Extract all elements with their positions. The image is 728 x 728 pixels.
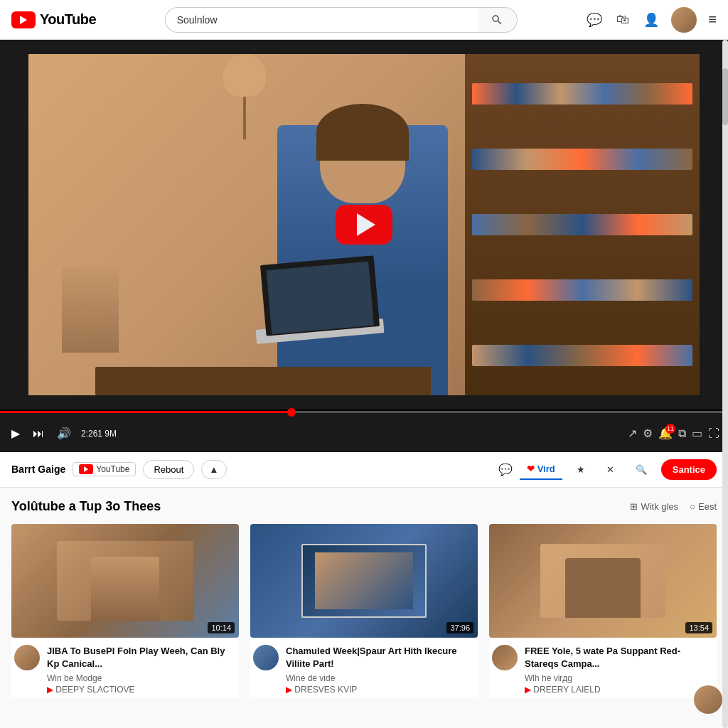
video-player-container: ▶ ⏭ 🔊 2:261 9M ↗ ⚙ 🔔 11 ⧉ ▭ ⛶ xyxy=(0,40,728,452)
subscribe-button[interactable]: Santice xyxy=(661,459,717,480)
video-thumbnail-3 xyxy=(489,524,717,638)
avatar-image xyxy=(671,7,697,33)
duration-badge-1: 10:14 xyxy=(208,622,235,633)
video-action-tabs: 💬 ❤ Vird ★ ✕ 🔍 Santice xyxy=(498,459,717,480)
progress-bar[interactable] xyxy=(0,411,728,415)
scrollbar-thumb[interactable] xyxy=(722,68,728,125)
shopping-icon[interactable]: 🛍 xyxy=(614,11,631,28)
tab-close[interactable]: ✕ xyxy=(599,460,621,479)
video-title-3: FREE Yole, 5 wate Pa Suppant Red-Stareqs… xyxy=(525,645,714,670)
video-controls: ▶ ⏭ 🔊 2:261 9M ↗ ⚙ 🔔 11 ⧉ ▭ ⛶ xyxy=(0,415,728,452)
avatar[interactable] xyxy=(671,7,697,33)
tab-search[interactable]: 🔍 xyxy=(628,460,654,479)
logo-text: YouTube xyxy=(40,11,96,28)
search-icon xyxy=(491,14,503,26)
chevron-up-button[interactable]: ▲ xyxy=(201,460,226,479)
search-input[interactable] xyxy=(165,7,478,33)
logo[interactable]: YouTube xyxy=(11,11,96,28)
fullscreen-ctrl-icon[interactable]: ⛶ xyxy=(708,427,719,440)
grid-icon: ⊞ xyxy=(630,501,638,512)
video-card[interactable]: 37:96 Chamuled Week|Spaur Art Hith Ikecu… xyxy=(250,524,478,697)
scrollbar[interactable] xyxy=(722,40,728,709)
video-info-2: Chamuled Week|Spaur Art Hith Ikecure Vil… xyxy=(250,638,478,697)
video-channel-3: Wlh he virдg xyxy=(525,673,714,683)
progress-thumb[interactable] xyxy=(287,408,296,417)
youtube-logo-icon xyxy=(11,11,36,28)
play-pause-button[interactable]: ▶ xyxy=(9,425,23,441)
floating-avatar[interactable] xyxy=(694,685,722,709)
channel-avatar-2 xyxy=(253,645,279,670)
volume-button[interactable]: 🔊 xyxy=(54,425,74,441)
below-video-bar: Barrt Gaige YouTube Rebout ▲ 💬 ❤ Vird ★ … xyxy=(0,452,728,488)
video-thumbnail-1 xyxy=(11,524,239,638)
channel-avatar-3 xyxy=(492,645,518,670)
chat-header-icon[interactable]: 💬 xyxy=(586,11,603,28)
header: YouTube 💬 🛍 👤 ≡ xyxy=(0,0,728,40)
video-meta-3: FREE Yole, 5 wate Pa Suppant Red-Stareqs… xyxy=(525,645,714,695)
channel-name: Barrt Gaige xyxy=(11,464,65,475)
tab-save[interactable]: ★ xyxy=(569,460,592,479)
youtube-badge[interactable]: YouTube xyxy=(73,462,136,476)
video-channel-verified-1: ▶ DEEРY SLACTIOVE xyxy=(47,685,236,695)
duration-badge-3: 13:54 xyxy=(685,622,712,633)
recommended-header: Yolûtube a Tup 3o Thees ⊞ Witk gles ○ Ee… xyxy=(11,499,717,514)
video-channel-verified-3: ▶ DREERY LAIELD xyxy=(525,685,714,695)
recommended-title: Yolûtube a Tup 3o Thees xyxy=(11,499,161,514)
thumbnail-wrap: 10:14 xyxy=(11,524,239,638)
duration-badge-2: 37:96 xyxy=(446,622,473,633)
miniplayer-ctrl-icon[interactable]: ⧉ xyxy=(678,427,686,440)
video-info-3: FREE Yole, 5 wate Pa Suppant Red-Stareqs… xyxy=(489,638,717,697)
video-channel-verified-2: ▶ DRESVES KVIP xyxy=(286,685,475,695)
video-grid: 10:14 JIBA To BusePl Foln Play Weeh, Can… xyxy=(11,524,717,697)
channel-avatar-1 xyxy=(14,645,40,670)
youtube-badge-icon xyxy=(79,464,93,474)
recommended-header-links: ⊞ Witk gles ○ Eest xyxy=(630,501,717,512)
share-ctrl-icon[interactable]: ↗ xyxy=(628,427,637,440)
video-channel-2: Wine de vide xyxy=(286,673,475,683)
thumbnail-wrap: 37:96 xyxy=(250,524,478,638)
search-button[interactable] xyxy=(478,7,518,33)
recommended-section: Yolûtube a Tup 3o Thees ⊞ Witk gles ○ Ee… xyxy=(0,488,728,709)
video-play-button[interactable] xyxy=(336,205,392,245)
theater-ctrl-icon[interactable]: ▭ xyxy=(692,427,702,440)
notifications-badge[interactable]: 🔔 11 xyxy=(658,427,673,440)
video-title-1: JIBA To BusePl Foln Play Weeh, Can Bly K… xyxy=(47,645,236,670)
video-channel-1: Win be Modge xyxy=(47,673,236,683)
progress-fill xyxy=(0,411,291,413)
header-icons: 💬 🛍 👤 ≡ xyxy=(586,7,717,33)
thumbnail-wrap: 13:54 xyxy=(489,524,717,638)
next-button[interactable]: ⏭ xyxy=(30,426,47,441)
rebout-button[interactable]: Rebout xyxy=(143,460,194,479)
video-meta-1: JIBA To BusePl Foln Play Weeh, Can Bly K… xyxy=(47,645,236,695)
video-card[interactable]: 10:14 JIBA To BusePl Foln Play Weeh, Can… xyxy=(11,524,239,697)
video-meta-2: Chamuled Week|Spaur Art Hith Ikecure Vil… xyxy=(286,645,475,695)
account-icon[interactable]: 👤 xyxy=(643,11,660,28)
video-thumbnail-2 xyxy=(250,524,478,638)
comment-icon[interactable]: 💬 xyxy=(498,463,513,476)
notification-count: 11 xyxy=(665,424,675,434)
search-bar xyxy=(165,7,518,33)
video-info-1: JIBA To BusePl Foln Play Weeh, Can Bly K… xyxy=(11,638,239,697)
video-card[interactable]: 13:54 FREE Yole, 5 wate Pa Suppant Red-S… xyxy=(489,524,717,697)
tab-vird[interactable]: ❤ Vird xyxy=(520,459,562,480)
video-title-2: Chamuled Week|Spaur Art Hith Ikecure Vil… xyxy=(286,645,475,670)
list-icon: ○ xyxy=(690,501,695,512)
settings-ctrl-icon[interactable]: ⚙ xyxy=(643,427,653,440)
menu-icon[interactable]: ≡ xyxy=(708,11,717,28)
youtube-badge-text: YouTube xyxy=(96,464,129,474)
video-background xyxy=(0,40,728,410)
grid-view-link[interactable]: ⊞ Witk gles xyxy=(630,501,678,512)
video-time: 2:261 9M xyxy=(81,429,117,439)
list-view-link[interactable]: ○ Eest xyxy=(690,501,717,512)
